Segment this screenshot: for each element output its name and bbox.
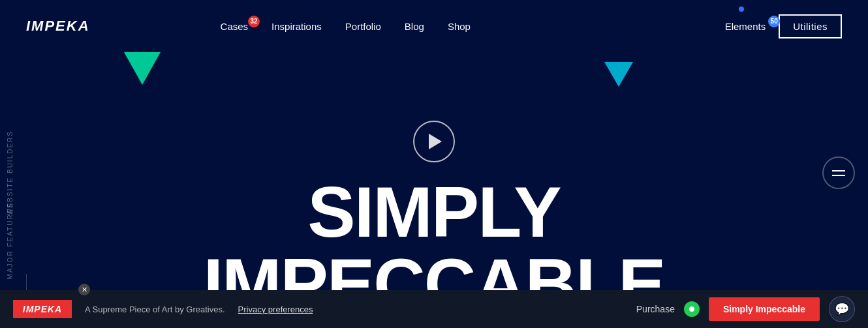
elements-badge: 50	[768, 16, 780, 27]
bottom-bar: ✕ IMPEKA A Supreme Piece of Art by Great…	[0, 290, 868, 328]
nav-cases[interactable]: Cases 32	[221, 21, 249, 32]
purchase-dot	[684, 301, 700, 317]
play-icon	[429, 134, 442, 149]
chat-button[interactable]: 💬	[829, 296, 855, 322]
menu-line-top	[832, 170, 845, 171]
bottom-bar-logo: IMPEKA	[13, 300, 72, 318]
logo[interactable]: IMPEKA	[26, 18, 90, 35]
bottom-bar-text: A Supreme Piece of Art by Greatives.	[85, 305, 225, 314]
navbar: IMPEKA Cases 32 Inspirations Portfolio B…	[0, 0, 868, 52]
triangle-green-decoration	[124, 52, 161, 85]
nav-shop[interactable]: Shop	[448, 21, 471, 32]
hero-line1: SIMPLY	[0, 176, 868, 248]
nav-links: Cases 32 Inspirations Portfolio Blog Sho…	[221, 21, 471, 32]
bottom-bar-close[interactable]: ✕	[78, 284, 90, 295]
nav-inspirations[interactable]: Inspirations	[271, 21, 322, 32]
simply-impeccable-button[interactable]: Simply Impeccable	[709, 297, 820, 321]
utilities-button[interactable]: Utilities	[779, 14, 842, 38]
right-menu-button[interactable]	[822, 157, 855, 189]
bottom-bar-right: Purchase Simply Impeccable 💬	[636, 296, 855, 322]
play-button[interactable]	[413, 121, 455, 162]
menu-line-bottom	[832, 175, 845, 176]
purchase-dot-inner	[689, 306, 694, 312]
privacy-preferences-link[interactable]: Privacy preferences	[238, 305, 313, 314]
cases-badge: 32	[248, 16, 260, 27]
chat-icon: 💬	[835, 302, 849, 316]
purchase-label: Purchase	[636, 304, 675, 314]
triangle-teal-decoration	[604, 62, 633, 87]
nav-blog[interactable]: Blog	[405, 21, 424, 32]
nav-right: Elements 50 Utilities	[725, 14, 842, 38]
nav-elements[interactable]: Elements 50	[725, 21, 766, 32]
nav-portfolio[interactable]: Portfolio	[345, 21, 381, 32]
